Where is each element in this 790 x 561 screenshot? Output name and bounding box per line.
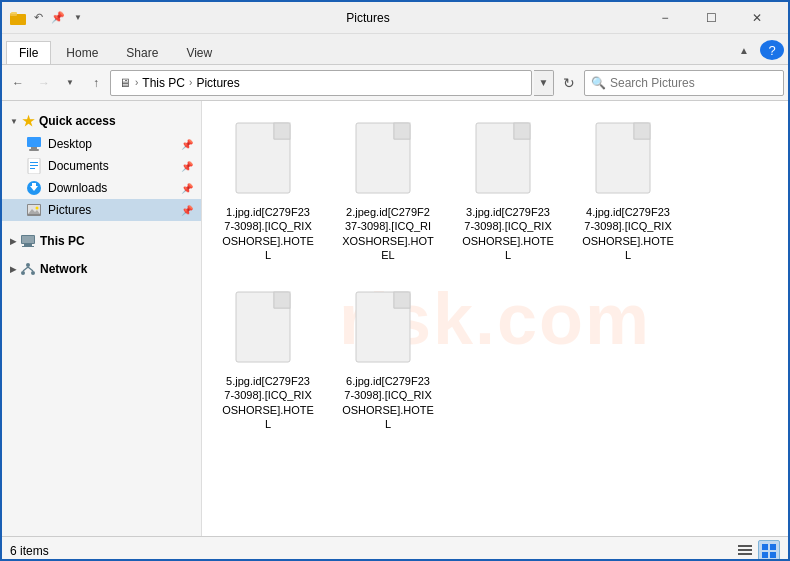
search-input[interactable] — [610, 76, 777, 90]
content-area: risk.com 1.jpg.id[C279F237-3098].[ICQ_RI… — [202, 101, 788, 536]
file-item-5[interactable]: 5.jpg.id[C279F237-3098].[ICQ_RIXOSHORSE]… — [218, 286, 318, 435]
tab-file[interactable]: File — [6, 41, 51, 64]
path-thispc[interactable]: This PC — [142, 76, 185, 90]
sidebar-item-desktop[interactable]: Desktop 📌 — [2, 133, 201, 155]
path-icon: 🖥 — [119, 76, 131, 90]
quick-access-header[interactable]: ▼ ★ Quick access — [2, 109, 201, 133]
file-item-4[interactable]: 4.jpg.id[C279F237-3098].[ICQ_RIXOSHORSE]… — [578, 117, 678, 266]
sidebar-label-documents: Documents — [48, 159, 109, 173]
thispc-label: This PC — [40, 234, 85, 248]
title-bar: ↶ 📌 ▼ Pictures − ☐ ✕ — [2, 2, 788, 34]
svg-rect-40 — [274, 292, 290, 308]
search-box[interactable]: 🔍 — [584, 70, 784, 96]
svg-rect-28 — [274, 123, 290, 139]
path-pictures[interactable]: Pictures — [196, 76, 239, 90]
documents-icon — [26, 158, 42, 174]
svg-rect-7 — [30, 162, 38, 163]
tab-share[interactable]: Share — [113, 41, 171, 64]
svg-rect-5 — [29, 149, 39, 151]
network-header[interactable]: ▶ Network — [2, 257, 201, 281]
svg-rect-45 — [738, 549, 752, 551]
file-icon-2 — [352, 121, 424, 201]
view-buttons — [734, 540, 780, 562]
quick-access-icon: ↶ — [30, 10, 46, 26]
thispc-header[interactable]: ▶ This PC — [2, 229, 201, 253]
svg-rect-12 — [32, 183, 36, 187]
main-area: ▼ ★ Quick access Desktop 📌 Documents 📌 D… — [2, 101, 788, 536]
maximize-button[interactable]: ☐ — [688, 2, 734, 34]
file-name-2: 2.jpeg.id[C279F237-3098].[ICQ_RIXOSHORSE… — [342, 205, 434, 262]
tab-home[interactable]: Home — [53, 41, 111, 64]
ribbon-tabs: File Home Share View ▲ ? — [2, 34, 788, 64]
item-count: 6 items — [10, 544, 49, 558]
network-icon — [20, 261, 36, 277]
path-dropdown-btn[interactable]: ▼ — [534, 70, 554, 96]
svg-rect-44 — [738, 545, 752, 547]
svg-rect-8 — [30, 165, 38, 166]
pin-downloads-icon: 📌 — [181, 183, 193, 194]
thispc-chevron-icon: ▶ — [10, 237, 16, 246]
back-button[interactable]: ← — [6, 71, 30, 95]
pictures-icon — [26, 202, 42, 218]
file-icon-4 — [592, 121, 664, 201]
chevron-icon: ▼ — [10, 117, 18, 126]
file-name-4: 4.jpg.id[C279F237-3098].[ICQ_RIXOSHORSE]… — [582, 205, 674, 262]
large-icons-view-button[interactable] — [758, 540, 780, 562]
svg-rect-37 — [634, 123, 650, 139]
pin-icon: 📌 — [50, 10, 66, 26]
svg-line-25 — [28, 267, 33, 271]
ribbon-collapse-btn[interactable]: ▲ — [732, 40, 756, 60]
file-item-2[interactable]: 2.jpeg.id[C279F237-3098].[ICQ_RIXOSHORSE… — [338, 117, 438, 266]
folder-icon — [10, 10, 26, 26]
file-icon-6 — [352, 290, 424, 370]
thispc-icon — [20, 233, 36, 249]
sidebar-item-pictures[interactable]: Pictures 📌 — [2, 199, 201, 221]
svg-rect-3 — [27, 137, 41, 147]
close-button[interactable]: ✕ — [734, 2, 780, 34]
downloads-icon — [26, 180, 42, 196]
sidebar-label-downloads: Downloads — [48, 181, 107, 195]
refresh-button[interactable]: ↻ — [556, 70, 582, 96]
svg-rect-9 — [30, 168, 35, 169]
file-name-5: 5.jpg.id[C279F237-3098].[ICQ_RIXOSHORSE]… — [222, 374, 314, 431]
file-icon-5 — [232, 290, 304, 370]
help-button[interactable]: ? — [760, 40, 784, 60]
forward-button[interactable]: → — [32, 71, 56, 95]
sidebar-item-downloads[interactable]: Downloads 📌 — [2, 177, 201, 199]
minimize-button[interactable]: − — [642, 2, 688, 34]
pin-pictures-icon: 📌 — [181, 205, 193, 216]
svg-rect-43 — [394, 292, 410, 308]
desktop-icon — [26, 136, 42, 152]
sidebar-label-pictures: Pictures — [48, 203, 91, 217]
title-bar-icons: ↶ 📌 ▼ — [10, 10, 86, 26]
list-view-button[interactable] — [734, 540, 756, 562]
svg-rect-46 — [738, 553, 752, 555]
svg-rect-48 — [770, 544, 776, 550]
svg-rect-19 — [24, 244, 32, 246]
pin-documents-icon: 📌 — [181, 161, 193, 172]
recent-locations-button[interactable]: ▼ — [58, 71, 82, 95]
sidebar-item-documents[interactable]: Documents 📌 — [2, 155, 201, 177]
up-button[interactable]: ↑ — [84, 71, 108, 95]
svg-point-22 — [21, 271, 25, 275]
svg-rect-49 — [762, 552, 768, 558]
search-icon: 🔍 — [591, 76, 606, 90]
file-grid: 1.jpg.id[C279F237-3098].[ICQ_RIXOSHORSE]… — [202, 101, 788, 451]
sidebar: ▼ ★ Quick access Desktop 📌 Documents 📌 D… — [2, 101, 202, 536]
tab-view[interactable]: View — [173, 41, 225, 64]
svg-point-23 — [31, 271, 35, 275]
file-name-1: 1.jpg.id[C279F237-3098].[ICQ_RIXOSHORSE]… — [222, 205, 314, 262]
address-path[interactable]: 🖥 › This PC › Pictures — [110, 70, 532, 96]
quick-access-label: Quick access — [39, 114, 116, 128]
status-bar: 6 items — [2, 536, 788, 561]
quick-access-star-icon: ★ — [22, 113, 35, 129]
file-item-6[interactable]: 6.jpg.id[C279F237-3098].[ICQ_RIXOSHORSE]… — [338, 286, 438, 435]
file-icon-3 — [472, 121, 544, 201]
svg-rect-47 — [762, 544, 768, 550]
svg-rect-2 — [11, 12, 17, 14]
file-item-1[interactable]: 1.jpg.id[C279F237-3098].[ICQ_RIXOSHORSE]… — [218, 117, 318, 266]
file-icon-1 — [232, 121, 304, 201]
window-title: Pictures — [94, 11, 642, 25]
dropdown-icon[interactable]: ▼ — [70, 10, 86, 26]
file-item-3[interactable]: 3.jpg.id[C279F237-3098].[ICQ_RIXOSHORSE]… — [458, 117, 558, 266]
